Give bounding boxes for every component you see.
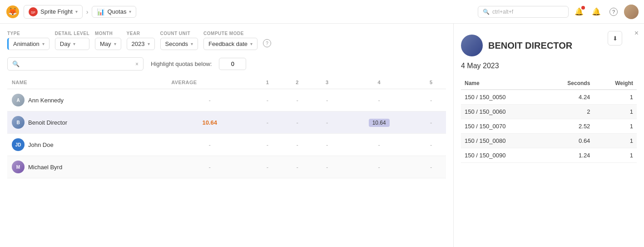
detail-label: DETAIL LEVEL — [55, 31, 89, 36]
cell-dash: - — [209, 141, 211, 148]
compute-select[interactable]: Feedback date ▾ — [203, 38, 258, 50]
project-selector[interactable]: SF Sprite Fright ▾ — [24, 5, 83, 19]
user-avatar[interactable] — [624, 5, 639, 19]
detail-cell-weight: 1 — [594, 134, 637, 148]
cell-dash: - — [342, 134, 416, 156]
month-select[interactable]: May ▾ — [95, 38, 121, 50]
average-cell: - — [167, 89, 253, 111]
type-select[interactable]: Animation ▾ — [7, 38, 50, 50]
detail-table-row: 150 / 150_0090 1.24 1 — [461, 148, 637, 163]
table-row[interactable]: B Benoit Director 10.64 ---10.64- — [7, 111, 446, 134]
count-filter-group: COUNT UNIT Seconds ▾ — [160, 31, 198, 50]
detail-date: 4 May 2023 — [461, 62, 637, 70]
person-avatar: B — [12, 116, 25, 129]
project-chevron: ▾ — [75, 9, 78, 14]
year-value: 2023 — [132, 40, 145, 47]
table-row[interactable]: JD John Doe - ----- — [7, 134, 446, 156]
cell-dash: - — [342, 89, 416, 111]
name-cell: A Ann Kennedy — [7, 89, 167, 111]
search-row: 🔍 × Highlight quotas below: — [7, 57, 446, 71]
cell-dash: - — [282, 111, 312, 134]
cell-dash: - — [416, 156, 446, 178]
detail-chevron: ▾ — [73, 41, 75, 46]
detail-cell-weight: 1 — [594, 119, 637, 134]
cell-value: 10.64 — [342, 111, 416, 134]
detail-cell-weight: 1 — [594, 148, 637, 163]
detail-avatar — [461, 35, 483, 56]
app-logo[interactable]: 🦊 — [5, 5, 20, 19]
detail-table-row: 150 / 150_0080 0.64 1 — [461, 134, 637, 148]
cell-dash: - — [312, 134, 342, 156]
count-label: COUNT UNIT — [160, 31, 198, 36]
month-filter-group: MONTH May ▾ — [95, 31, 121, 50]
filters-row: TYPE Animation ▾ DETAIL LEVEL Day ▾ MONT… — [7, 31, 446, 50]
cell-dash: - — [209, 97, 211, 104]
highlight-input[interactable] — [219, 58, 246, 70]
table-search-input[interactable] — [22, 60, 133, 67]
detail-cell-name: 150 / 150_0080 — [461, 134, 543, 148]
average-cell: - — [167, 156, 253, 178]
detail-select[interactable]: Day ▾ — [55, 38, 89, 50]
global-search[interactable]: 🔍 ctrl+alt+f — [478, 6, 569, 18]
help-button[interactable]: ? — [607, 5, 620, 19]
count-chevron: ▾ — [191, 41, 193, 46]
left-panel: TYPE Animation ▾ DETAIL LEVEL Day ▾ MONT… — [0, 24, 453, 247]
name-cell: M Michael Byrd — [7, 156, 167, 178]
table-search[interactable]: 🔍 × — [7, 57, 144, 71]
average-cell: - — [167, 134, 253, 156]
type-label: TYPE — [7, 31, 50, 36]
svg-text:🦊: 🦊 — [8, 7, 17, 16]
col-5-header: 5 — [416, 76, 446, 89]
close-button[interactable]: × — [634, 29, 639, 37]
person-name: John Doe — [28, 141, 54, 148]
cell-dash: - — [253, 111, 282, 134]
notifications-button[interactable]: 🔔 — [572, 5, 586, 19]
compute-label: COMPUTE MODE — [203, 31, 258, 36]
cell-dash: - — [282, 89, 312, 111]
type-value: Animation — [13, 40, 40, 47]
person-name: Michael Byrd — [28, 164, 62, 171]
table-row[interactable]: M Michael Byrd - ----- — [7, 156, 446, 178]
module-chevron: ▾ — [129, 9, 131, 14]
table-row[interactable]: A Ann Kennedy - ----- — [7, 89, 446, 111]
person-avatar: M — [12, 161, 25, 173]
cell-dash: - — [416, 134, 446, 156]
search-placeholder: ctrl+alt+f — [492, 9, 513, 15]
cell-dash: - — [416, 89, 446, 111]
topnav: 🦊 SF Sprite Fright ▾ › 📊 Quotas ▾ 🔍 ctrl… — [0, 0, 644, 24]
average-cell: 10.64 — [167, 111, 253, 134]
type-chevron: ▾ — [42, 41, 45, 46]
download-icon: ⬇ — [613, 35, 618, 42]
year-filter-group: YEAR 2023 ▾ — [127, 31, 155, 50]
detail-cell-name: 150 / 150_0050 — [461, 90, 543, 105]
detail-cell-seconds: 4.24 — [543, 90, 594, 105]
count-select[interactable]: Seconds ▾ — [160, 38, 198, 50]
cell-dash: - — [312, 111, 342, 134]
person-avatar: JD — [12, 138, 25, 151]
year-select[interactable]: 2023 ▾ — [127, 38, 155, 50]
detail-table-row: 150 / 150_0070 2.52 1 — [461, 119, 637, 134]
notification-badge — [581, 6, 585, 10]
download-button[interactable]: ⬇ — [608, 31, 622, 45]
table-header-row: NAME AVERAGE 1 2 3 4 5 — [7, 76, 446, 89]
person-avatar: A — [12, 94, 25, 106]
col-3-header: 3 — [312, 76, 342, 89]
module-selector[interactable]: 📊 Quotas ▾ — [92, 6, 136, 18]
detail-table-row: 150 / 150_0060 2 1 — [461, 105, 637, 119]
alerts-button[interactable]: 🔔 — [590, 5, 603, 19]
compute-help-icon[interactable]: ? — [263, 39, 271, 47]
cell-dash: - — [282, 134, 312, 156]
detail-panel: ⬇ × BENOIT DIRECTOR 4 May 2023 Name Seco… — [453, 24, 644, 247]
count-value: Seconds — [165, 40, 188, 47]
month-label: MONTH — [95, 31, 121, 36]
month-value: May — [100, 40, 111, 47]
type-filter-group: TYPE Animation ▾ — [7, 31, 50, 50]
col-name-header: NAME — [7, 76, 167, 89]
compute-value: Feedback date — [208, 40, 248, 47]
cell-dash: - — [253, 89, 282, 111]
search-clear-button[interactable]: × — [135, 61, 139, 67]
module-icon: 📊 — [97, 8, 104, 15]
cell-average: 10.64 — [202, 119, 217, 126]
search-icon: 🔍 — [483, 9, 490, 15]
detail-cell-seconds: 0.64 — [543, 134, 594, 148]
